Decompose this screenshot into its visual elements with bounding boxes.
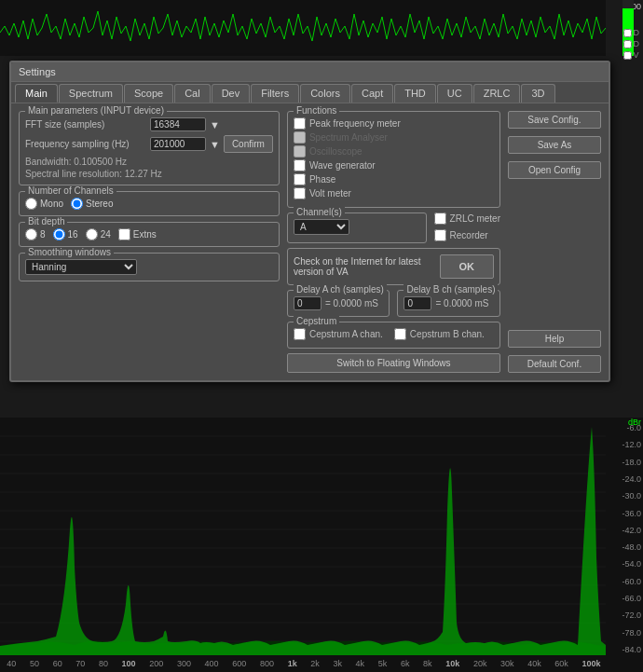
bit-depth-title: Bit depth [25, 216, 67, 226]
dialog-titlebar: Settings [11, 62, 609, 82]
mono-radio-label[interactable]: Mono [25, 198, 63, 210]
freq-60k: 60k [554, 659, 568, 668]
freq-5k: 5k [378, 659, 388, 668]
bit16-radio[interactable] [53, 228, 65, 240]
tab-uc[interactable]: UC [437, 84, 472, 103]
zrlc-meter-text: ZRLC meter [450, 213, 500, 224]
peak-freq-label[interactable]: Peak frequency meter [294, 117, 494, 130]
delay-a-input[interactable] [294, 296, 322, 310]
tab-thd[interactable]: THD [394, 84, 436, 103]
help-button[interactable]: Help [508, 330, 601, 348]
cepstrum-b-label[interactable]: Cepstrum B chan. [394, 328, 485, 340]
fft-input[interactable] [150, 117, 206, 131]
cepstrum-b-checkbox[interactable] [394, 328, 406, 340]
phase-text: Phase [309, 174, 335, 185]
bit8-label: 8 [40, 229, 46, 240]
tab-cal[interactable]: Cal [174, 84, 211, 103]
spectral-label: Spectral line resolution: [25, 169, 122, 179]
extns-checkbox[interactable] [118, 228, 130, 240]
delay-b-ms: = 0.0000 mS [435, 298, 488, 309]
delay-b-input[interactable] [404, 296, 431, 310]
save-config-button[interactable]: Save Config. [508, 111, 601, 129]
recorder-checkbox[interactable] [434, 229, 446, 241]
oscilloscope-label: Oscilloscope [294, 145, 494, 158]
freq-40: 40 [7, 659, 16, 668]
stereo-radio-label[interactable]: Stereo [71, 198, 113, 210]
right-cb1[interactable]: D [623, 28, 640, 37]
mono-radio[interactable] [25, 198, 37, 210]
switch-floating-button[interactable]: Switch to Floating Windows [287, 353, 500, 373]
fft-label: FFT size (samples) [25, 119, 146, 130]
delays-row: Delay A ch (samples) = 0.0000 mS Delay B… [287, 290, 500, 317]
delay-b-title: Delay B ch (samples) [404, 284, 498, 295]
extns-checkbox-label[interactable]: Extns [118, 228, 157, 240]
zrlc-section: ZRLC meter Recorder [434, 213, 500, 243]
channels-select[interactable]: A [294, 219, 349, 235]
right-cb2[interactable]: D [623, 39, 640, 48]
default-conf-button[interactable]: Default Conf. [508, 355, 601, 373]
smoothing-select[interactable]: Hanning [25, 259, 137, 275]
main-params-title: Main parameters (INPUT device) [25, 105, 167, 116]
version-section: Check on the Internet for latest version… [287, 248, 500, 285]
stereo-radio[interactable] [71, 198, 83, 210]
freq-row: Frequency sampling (Hz) ▼ Confirm [25, 135, 273, 153]
bit24-radio[interactable] [86, 228, 98, 240]
main-params-group: Main parameters (INPUT device) FFT size … [19, 111, 280, 185]
volt-meter-label[interactable]: Volt meter [294, 187, 494, 199]
volt-meter-checkbox[interactable] [294, 187, 306, 199]
recorder-label[interactable]: Recorder [434, 229, 500, 241]
bit8-radio[interactable] [25, 228, 37, 240]
bit16-radio-label[interactable]: 16 [53, 228, 78, 240]
peak-freq-checkbox[interactable] [294, 117, 306, 130]
tab-zrlc[interactable]: ZRLC [473, 84, 521, 103]
num-channels-group: Number of Channels Mono Stereo [19, 191, 280, 216]
db-label-12: -72.0 [622, 610, 641, 620]
dbr-label: dBr [608, 418, 643, 427]
save-as-button[interactable]: Save As [508, 136, 601, 154]
wave-gen-checkbox[interactable] [294, 159, 306, 171]
cepstrum-a-label[interactable]: Cepstrum A chan. [294, 328, 383, 340]
tab-3d[interactable]: 3D [521, 84, 554, 103]
confirm-button[interactable]: Confirm [224, 135, 273, 153]
zrlc-meter-label[interactable]: ZRLC meter [434, 213, 500, 225]
freq-400: 400 [205, 659, 219, 668]
wave-gen-label[interactable]: Wave generator [294, 159, 494, 171]
freq-100k: 100k [582, 659, 601, 668]
zrlc-meter-checkbox[interactable] [434, 213, 446, 225]
cepstrum-title: Cepstrum [294, 316, 339, 326]
num-channels-title: Number of Channels [25, 185, 116, 196]
phase-label[interactable]: Phase [294, 173, 494, 185]
tab-scope[interactable]: Scope [124, 84, 173, 103]
tab-filters[interactable]: Filters [251, 84, 299, 103]
fft-dropdown-arrow[interactable]: ▼ [210, 119, 220, 130]
cepstrum-a-checkbox[interactable] [294, 328, 306, 340]
cepstrum-row: Cepstrum A chan. Cepstrum B chan. [294, 328, 494, 342]
tab-colors[interactable]: Colors [300, 84, 350, 103]
ok-button[interactable]: OK [440, 254, 495, 279]
bit24-radio-label[interactable]: 24 [86, 228, 111, 240]
freq-dropdown-arrow[interactable]: ▼ [210, 139, 220, 150]
far-right-buttons: Save Config. Save As Open Config Help De… [508, 111, 601, 373]
smoothing-group: Smoothing windows Hanning [19, 253, 280, 281]
bit8-radio-label[interactable]: 8 [25, 228, 46, 240]
tab-capt[interactable]: Capt [351, 84, 393, 103]
db-label-7: -42.0 [622, 526, 641, 535]
tab-main[interactable]: Main [15, 84, 58, 103]
tab-dev[interactable]: Dev [212, 84, 251, 103]
right-cb3[interactable]: V [623, 50, 640, 60]
freq-1k: 1k [288, 659, 297, 668]
freq-input[interactable] [150, 137, 206, 151]
channels-zrlc-row: Channel(s) A ZRLC meter Recorder [287, 213, 500, 243]
db-label-13: -78.0 [622, 628, 641, 638]
settings-dialog: Settings Main Spectrum Scope Cal Dev Fil… [9, 61, 610, 382]
peak-freq-text: Peak frequency meter [309, 118, 401, 129]
db-label-4: -24.0 [622, 474, 641, 484]
spectrum-svg [0, 418, 606, 660]
freq-8k: 8k [423, 659, 432, 668]
channels-group: Channel(s) A [287, 213, 427, 243]
phase-checkbox[interactable] [294, 173, 306, 185]
open-config-button[interactable]: Open Config [508, 161, 601, 179]
db-label-9: -54.0 [622, 559, 641, 569]
tab-spectrum[interactable]: Spectrum [59, 84, 123, 103]
cepstrum-b-text: Cepstrum B chan. [410, 329, 485, 339]
